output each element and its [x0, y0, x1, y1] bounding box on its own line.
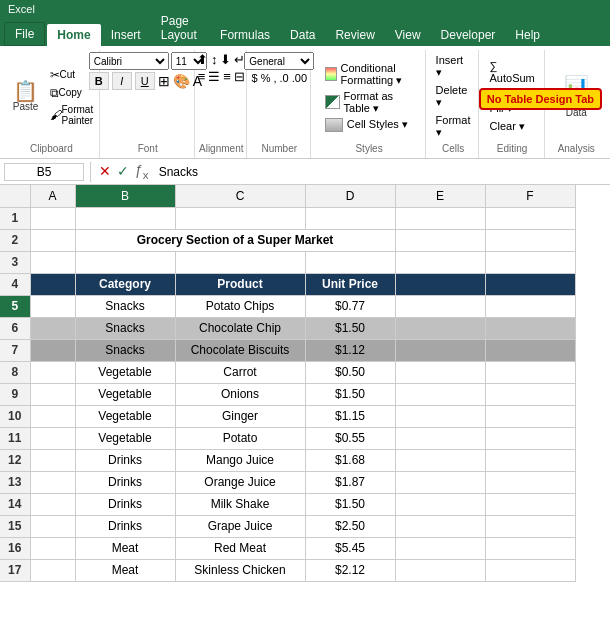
- cell-c4[interactable]: Product: [175, 273, 305, 295]
- table-row[interactable]: 12DrinksMango Juice$1.68: [0, 449, 575, 471]
- table-row[interactable]: 2Grocery Section of a Super Market: [0, 229, 575, 251]
- table-row[interactable]: 17MeatSkinless Chicken$2.12: [0, 559, 575, 581]
- cell-d17[interactable]: $2.12: [305, 559, 395, 581]
- cell-f13[interactable]: [485, 471, 575, 493]
- cell-e16[interactable]: [395, 537, 485, 559]
- format-as-table-button[interactable]: Format as Table ▾: [321, 89, 417, 116]
- cell-b11[interactable]: Vegetable: [75, 427, 175, 449]
- tab-review[interactable]: Review: [325, 24, 384, 46]
- cell-a12[interactable]: [30, 449, 75, 471]
- cell-d8[interactable]: $0.50: [305, 361, 395, 383]
- cell-f3[interactable]: [485, 251, 575, 273]
- col-header-c[interactable]: C: [175, 185, 305, 207]
- cell-b7[interactable]: Snacks: [75, 339, 175, 361]
- align-middle-icon[interactable]: ↕: [211, 52, 218, 67]
- clear-button[interactable]: Clear ▾: [486, 118, 539, 135]
- cell-a11[interactable]: [30, 427, 75, 449]
- cell-e6[interactable]: [395, 317, 485, 339]
- cell-c1[interactable]: [175, 207, 305, 229]
- cell-f4[interactable]: [485, 273, 575, 295]
- table-row[interactable]: 6SnacksChocolate Chip$1.50: [0, 317, 575, 339]
- cell-a16[interactable]: [30, 537, 75, 559]
- tab-help[interactable]: Help: [505, 24, 550, 46]
- align-right-icon[interactable]: ≡: [223, 69, 231, 84]
- cell-c7[interactable]: Chocolate Biscuits: [175, 339, 305, 361]
- insert-function-icon[interactable]: ƒx: [135, 162, 149, 181]
- cell-e1[interactable]: [395, 207, 485, 229]
- cell-b17[interactable]: Meat: [75, 559, 175, 581]
- cell-b5[interactable]: Snacks: [75, 295, 175, 317]
- table-row[interactable]: 3: [0, 251, 575, 273]
- paste-button[interactable]: 📋 Paste: [8, 79, 44, 114]
- confirm-formula-icon[interactable]: ✓: [117, 163, 129, 179]
- table-row[interactable]: 13DrinksOrange Juice$1.87: [0, 471, 575, 493]
- cell-b8[interactable]: Vegetable: [75, 361, 175, 383]
- cell-f5[interactable]: [485, 295, 575, 317]
- tab-view[interactable]: View: [385, 24, 431, 46]
- tab-data[interactable]: Data: [280, 24, 325, 46]
- cell-f16[interactable]: [485, 537, 575, 559]
- increase-decimal-icon[interactable]: .0: [280, 72, 289, 84]
- cell-a2[interactable]: [30, 229, 75, 251]
- cell-c8[interactable]: Carrot: [175, 361, 305, 383]
- cell-b4[interactable]: Category: [75, 273, 175, 295]
- cell-a17[interactable]: [30, 559, 75, 581]
- cell-b16[interactable]: Meat: [75, 537, 175, 559]
- cell-c17[interactable]: Skinless Chicken: [175, 559, 305, 581]
- cell-f11[interactable]: [485, 427, 575, 449]
- percent-icon[interactable]: %: [261, 72, 271, 84]
- tab-developer[interactable]: Developer: [431, 24, 506, 46]
- cell-b9[interactable]: Vegetable: [75, 383, 175, 405]
- col-header-b[interactable]: B: [75, 185, 175, 207]
- cell-b13[interactable]: Drinks: [75, 471, 175, 493]
- cell-d13[interactable]: $1.87: [305, 471, 395, 493]
- cell-a15[interactable]: [30, 515, 75, 537]
- number-format-select[interactable]: General: [244, 52, 314, 70]
- font-family-select[interactable]: Calibri: [89, 52, 169, 70]
- cell-c15[interactable]: Grape Juice: [175, 515, 305, 537]
- table-row[interactable]: 15DrinksGrape Juice$2.50: [0, 515, 575, 537]
- delete-cells-button[interactable]: Delete ▾: [432, 82, 475, 111]
- cell-d12[interactable]: $1.68: [305, 449, 395, 471]
- cell-d3[interactable]: [305, 251, 395, 273]
- cell-a7[interactable]: [30, 339, 75, 361]
- cell-d5[interactable]: $0.77: [305, 295, 395, 317]
- bold-button[interactable]: B: [89, 72, 109, 90]
- cell-d6[interactable]: $1.50: [305, 317, 395, 339]
- cell-d9[interactable]: $1.50: [305, 383, 395, 405]
- name-box[interactable]: [4, 163, 84, 181]
- cell-e9[interactable]: [395, 383, 485, 405]
- cell-c9[interactable]: Onions: [175, 383, 305, 405]
- col-header-e[interactable]: E: [395, 185, 485, 207]
- cell-b10[interactable]: Vegetable: [75, 405, 175, 427]
- cell-c13[interactable]: Orange Juice: [175, 471, 305, 493]
- cell-b14[interactable]: Drinks: [75, 493, 175, 515]
- cell-d16[interactable]: $5.45: [305, 537, 395, 559]
- cell-d14[interactable]: $1.50: [305, 493, 395, 515]
- cell-b2[interactable]: Grocery Section of a Super Market: [75, 229, 395, 251]
- table-row[interactable]: 4CategoryProductUnit Price: [0, 273, 575, 295]
- cell-e5[interactable]: [395, 295, 485, 317]
- cell-a6[interactable]: [30, 317, 75, 339]
- cell-a5[interactable]: [30, 295, 75, 317]
- cell-f12[interactable]: [485, 449, 575, 471]
- table-row[interactable]: 7SnacksChocolate Biscuits$1.12: [0, 339, 575, 361]
- cell-f15[interactable]: [485, 515, 575, 537]
- tab-file[interactable]: File: [4, 22, 45, 46]
- underline-button[interactable]: U: [135, 72, 155, 90]
- tab-insert[interactable]: Insert: [101, 24, 151, 46]
- align-left-icon[interactable]: ≡: [198, 69, 206, 84]
- cell-b6[interactable]: Snacks: [75, 317, 175, 339]
- cell-c10[interactable]: Ginger: [175, 405, 305, 427]
- cell-e11[interactable]: [395, 427, 485, 449]
- cell-e7[interactable]: [395, 339, 485, 361]
- comma-icon[interactable]: ,: [273, 72, 276, 84]
- cell-c3[interactable]: [175, 251, 305, 273]
- cell-b12[interactable]: Drinks: [75, 449, 175, 471]
- cell-d1[interactable]: [305, 207, 395, 229]
- table-row[interactable]: 10VegetableGinger$1.15: [0, 405, 575, 427]
- fill-color-icon[interactable]: 🎨: [173, 73, 190, 89]
- cell-a9[interactable]: [30, 383, 75, 405]
- cell-e4[interactable]: [395, 273, 485, 295]
- cell-c5[interactable]: Potato Chips: [175, 295, 305, 317]
